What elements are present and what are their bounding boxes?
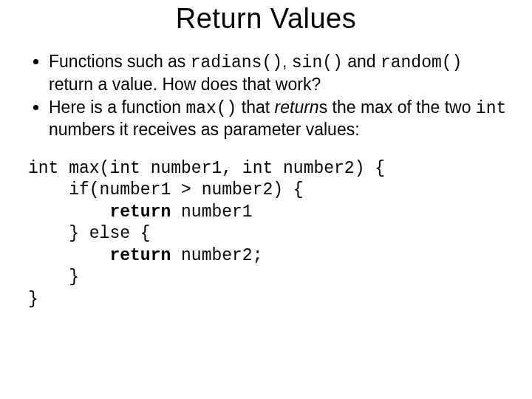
code-inline-max: max() (185, 99, 236, 118)
code-line-3-indent (28, 202, 109, 222)
code-keyword-return-1: return (109, 202, 171, 222)
italic-return: return (275, 98, 319, 117)
bullet-item-2: Here is a function max() that returns th… (49, 97, 510, 141)
bullet-item-1: Functions such as radians(), sin() and r… (49, 51, 510, 95)
text: return a value. How does that work? (49, 75, 321, 94)
text: , (282, 52, 292, 71)
text: and (343, 52, 381, 71)
code-line-1: int max(int number1, int number2) { (28, 159, 385, 178)
code-keyword-return-2: return (109, 246, 171, 265)
code-line-2: if(number1 > number2) { (28, 180, 304, 200)
text: that (236, 98, 274, 117)
code-line-5-indent (28, 246, 109, 265)
bullet-list: Functions such as radians(), sin() and r… (28, 51, 510, 140)
code-block: int max(int number1, int number2) { if(n… (28, 158, 510, 310)
code-inline-int: int (476, 99, 506, 118)
text: numbers it receives as parameter values: (49, 120, 360, 139)
slide: Return Values Functions such as radians(… (0, 0, 532, 399)
text: s the max of the two (319, 98, 476, 117)
code-inline-sin: sin() (292, 53, 343, 72)
code-inline-random: random() (381, 53, 462, 72)
code-line-7: } (28, 290, 38, 309)
text: Functions such as (49, 52, 191, 71)
code-line-4: } else { (28, 224, 151, 243)
code-inline-radians: radians() (191, 53, 282, 72)
code-line-3-rest: number1 (171, 202, 252, 222)
code-line-6: } (28, 267, 79, 287)
text: Here is a function (49, 98, 185, 117)
code-line-5-rest: number2; (171, 246, 262, 265)
slide-title: Return Values (22, 3, 510, 35)
